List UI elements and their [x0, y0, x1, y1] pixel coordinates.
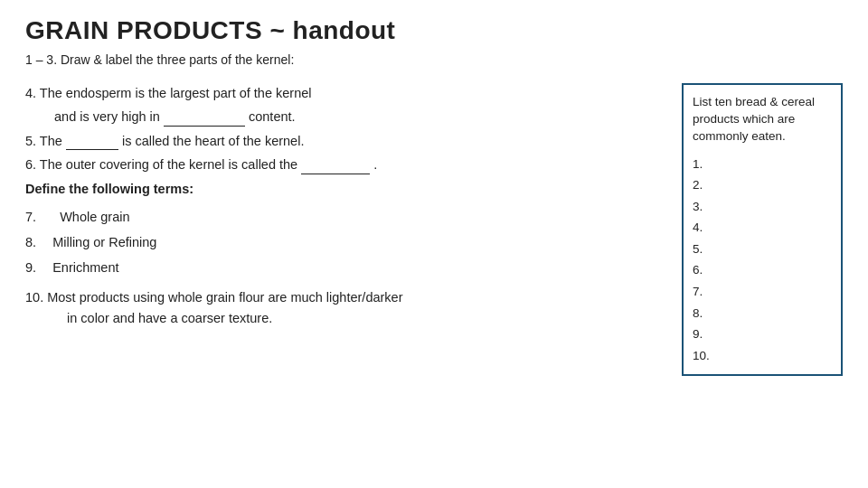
- right-box-header: List ten bread & cereal products which a…: [693, 94, 832, 145]
- q4b: and is very high in content.: [25, 107, 665, 127]
- page: GRAIN PRODUCTS ~ handout 1 – 3. Draw & l…: [0, 0, 868, 488]
- q9-term: Enrichment: [52, 260, 118, 275]
- q4-text: 4. The endosperm is the largest part of …: [25, 86, 312, 100]
- define-section: 7. Whole grain 8. Milling or Refining 9.…: [25, 210, 665, 275]
- q10-text: 10. Most products using whole grain flou…: [25, 290, 402, 305]
- list-item: 9.: [693, 326, 832, 343]
- main-layout: 4. The endosperm is the largest part of …: [25, 83, 843, 376]
- right-box: List ten bread & cereal products which a…: [682, 83, 843, 376]
- list-item: 6.: [693, 262, 832, 278]
- list-item: 3.: [693, 199, 832, 215]
- q8-num: 8.: [25, 235, 36, 249]
- page-title: GRAIN PRODUCTS ~ handout: [25, 16, 843, 45]
- q5-text: 5. The: [25, 134, 62, 148]
- list-item: 2.: [693, 177, 832, 193]
- list-item: 7.: [693, 284, 832, 300]
- q4b-blank: [164, 126, 245, 127]
- q8: 8. Milling or Refining: [25, 235, 665, 249]
- list-item: 5.: [693, 241, 832, 258]
- right-box-list: 1.2.3.4.5.6.7.8.9.10.: [693, 156, 832, 363]
- q10: 10. Most products using whole grain flou…: [25, 287, 665, 328]
- draw-label-instruction: 1 – 3. Draw & label the three parts of t…: [25, 52, 843, 67]
- list-item: 4.: [693, 220, 832, 236]
- q9: 9. Enrichment: [25, 260, 665, 275]
- q7-num: 7.: [25, 210, 36, 224]
- q8-term: Milling or Refining: [52, 235, 156, 249]
- left-content: 4. The endosperm is the largest part of …: [25, 83, 665, 328]
- define-label: Define the following terms:: [25, 179, 665, 199]
- q6-text: 6. The outer covering of the kernel is c…: [25, 157, 297, 172]
- q4b-end: content.: [249, 109, 296, 124]
- q7: 7. Whole grain: [25, 210, 665, 224]
- q5-blank: [66, 149, 118, 150]
- q6-end: .: [373, 157, 377, 172]
- q4b-text: and is very high in: [54, 109, 160, 124]
- q6-blank: [301, 174, 370, 174]
- q7-term: Whole grain: [60, 210, 129, 224]
- q4: 4. The endosperm is the largest part of …: [25, 83, 665, 103]
- list-item: 8.: [693, 305, 832, 322]
- q6: 6. The outer covering of the kernel is c…: [25, 155, 665, 174]
- q9-num: 9.: [25, 260, 36, 275]
- list-item: 10.: [693, 348, 832, 364]
- list-item: 1.: [693, 156, 832, 173]
- q5-end: is called the heart of the kernel.: [122, 134, 305, 148]
- q5: 5. The is called the heart of the kernel…: [25, 131, 665, 151]
- q10b-text: in color and have a coarser texture.: [25, 308, 665, 328]
